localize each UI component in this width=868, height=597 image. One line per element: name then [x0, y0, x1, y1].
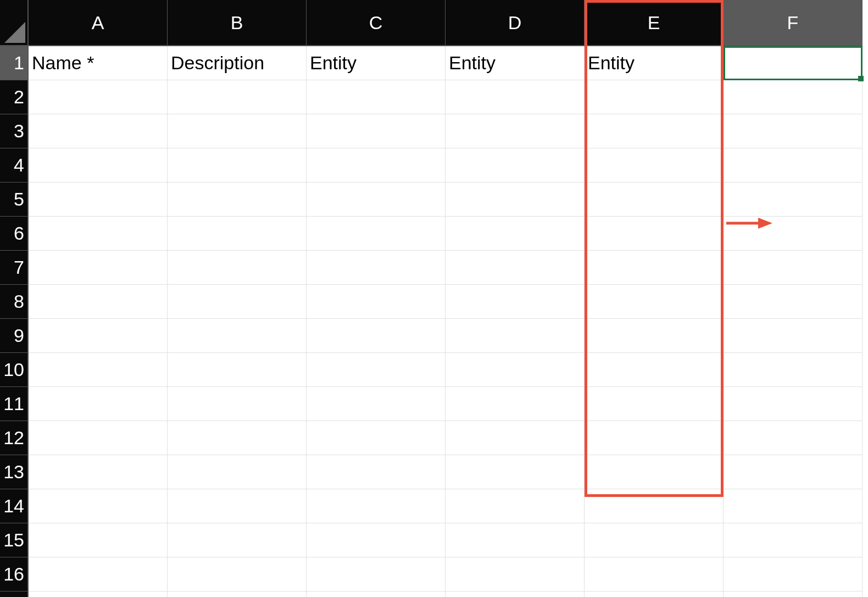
- row-header-3[interactable]: 3: [0, 114, 29, 148]
- cell-D14[interactable]: [446, 489, 585, 523]
- column-header-F[interactable]: F: [724, 0, 863, 46]
- row-header-11[interactable]: 11: [0, 387, 29, 421]
- cell-F9[interactable]: [724, 319, 863, 353]
- cell-A13[interactable]: [29, 455, 168, 489]
- cell-D6[interactable]: [446, 217, 585, 251]
- cell-A4[interactable]: [29, 148, 168, 183]
- cell-B1[interactable]: Description: [168, 46, 307, 80]
- cell-F7[interactable]: [724, 251, 863, 285]
- cell-F3[interactable]: [724, 114, 863, 148]
- cell-D5[interactable]: [446, 183, 585, 217]
- column-header-E[interactable]: E: [585, 0, 724, 46]
- cell-D10[interactable]: [446, 353, 585, 387]
- row-header-12[interactable]: 12: [0, 421, 29, 455]
- cell-D4[interactable]: [446, 148, 585, 183]
- cell-C15[interactable]: [307, 523, 446, 557]
- row-header-17[interactable]: 17: [0, 592, 29, 597]
- cell-D12[interactable]: [446, 421, 585, 455]
- cell-B16[interactable]: [168, 557, 307, 592]
- cell-F17[interactable]: [724, 592, 863, 597]
- cell-B3[interactable]: [168, 114, 307, 148]
- cell-A14[interactable]: [29, 489, 168, 523]
- row-header-15[interactable]: 15: [0, 523, 29, 557]
- cell-A12[interactable]: [29, 421, 168, 455]
- cell-F13[interactable]: [724, 455, 863, 489]
- cell-A16[interactable]: [29, 557, 168, 592]
- cell-D11[interactable]: [446, 387, 585, 421]
- cell-B14[interactable]: [168, 489, 307, 523]
- cell-F15[interactable]: [724, 523, 863, 557]
- cell-F14[interactable]: [724, 489, 863, 523]
- row-header-6[interactable]: 6: [0, 217, 29, 251]
- cell-E6[interactable]: [585, 217, 724, 251]
- spreadsheet-grid[interactable]: ABCDEF1Name *DescriptionEntityEntityEnti…: [0, 0, 863, 597]
- cell-C8[interactable]: [307, 285, 446, 319]
- cell-F4[interactable]: [724, 148, 863, 183]
- cell-D16[interactable]: [446, 557, 585, 592]
- row-header-13[interactable]: 13: [0, 455, 29, 489]
- cell-A5[interactable]: [29, 183, 168, 217]
- cell-F8[interactable]: [724, 285, 863, 319]
- row-header-7[interactable]: 7: [0, 251, 29, 285]
- cell-F5[interactable]: [724, 183, 863, 217]
- cell-E3[interactable]: [585, 114, 724, 148]
- column-header-B[interactable]: B: [168, 0, 307, 46]
- cell-B7[interactable]: [168, 251, 307, 285]
- cell-D2[interactable]: [446, 80, 585, 114]
- row-header-16[interactable]: 16: [0, 557, 29, 592]
- cell-B4[interactable]: [168, 148, 307, 183]
- row-header-2[interactable]: 2: [0, 80, 29, 114]
- cell-D9[interactable]: [446, 319, 585, 353]
- cell-B12[interactable]: [168, 421, 307, 455]
- cell-C2[interactable]: [307, 80, 446, 114]
- cell-B13[interactable]: [168, 455, 307, 489]
- cell-B5[interactable]: [168, 183, 307, 217]
- cell-E10[interactable]: [585, 353, 724, 387]
- cell-C9[interactable]: [307, 319, 446, 353]
- cell-B6[interactable]: [168, 217, 307, 251]
- cell-F11[interactable]: [724, 387, 863, 421]
- cell-B10[interactable]: [168, 353, 307, 387]
- cell-D13[interactable]: [446, 455, 585, 489]
- cell-C3[interactable]: [307, 114, 446, 148]
- cell-E8[interactable]: [585, 285, 724, 319]
- cell-A6[interactable]: [29, 217, 168, 251]
- cell-A17[interactable]: [29, 592, 168, 597]
- row-header-4[interactable]: 4: [0, 148, 29, 183]
- column-header-C[interactable]: C: [307, 0, 446, 46]
- cell-E13[interactable]: [585, 455, 724, 489]
- cell-C10[interactable]: [307, 353, 446, 387]
- cell-D1[interactable]: Entity: [446, 46, 585, 80]
- cell-E12[interactable]: [585, 421, 724, 455]
- select-all-corner[interactable]: [0, 0, 29, 46]
- cell-C6[interactable]: [307, 217, 446, 251]
- cell-E9[interactable]: [585, 319, 724, 353]
- cell-D8[interactable]: [446, 285, 585, 319]
- cell-E11[interactable]: [585, 387, 724, 421]
- cell-F16[interactable]: [724, 557, 863, 592]
- cell-C5[interactable]: [307, 183, 446, 217]
- cell-E2[interactable]: [585, 80, 724, 114]
- cell-F1[interactable]: [724, 46, 863, 80]
- cell-A2[interactable]: [29, 80, 168, 114]
- row-header-1[interactable]: 1: [0, 46, 29, 80]
- cell-B15[interactable]: [168, 523, 307, 557]
- row-header-14[interactable]: 14: [0, 489, 29, 523]
- row-header-8[interactable]: 8: [0, 285, 29, 319]
- cell-D15[interactable]: [446, 523, 585, 557]
- cell-F10[interactable]: [724, 353, 863, 387]
- cell-E1[interactable]: Entity: [585, 46, 724, 80]
- column-header-D[interactable]: D: [446, 0, 585, 46]
- cell-E16[interactable]: [585, 557, 724, 592]
- cell-F12[interactable]: [724, 421, 863, 455]
- cell-B11[interactable]: [168, 387, 307, 421]
- cell-C17[interactable]: [307, 592, 446, 597]
- row-header-5[interactable]: 5: [0, 183, 29, 217]
- cell-E4[interactable]: [585, 148, 724, 183]
- cell-C7[interactable]: [307, 251, 446, 285]
- cell-B9[interactable]: [168, 319, 307, 353]
- cell-C16[interactable]: [307, 557, 446, 592]
- cell-E5[interactable]: [585, 183, 724, 217]
- cell-C12[interactable]: [307, 421, 446, 455]
- cell-D17[interactable]: [446, 592, 585, 597]
